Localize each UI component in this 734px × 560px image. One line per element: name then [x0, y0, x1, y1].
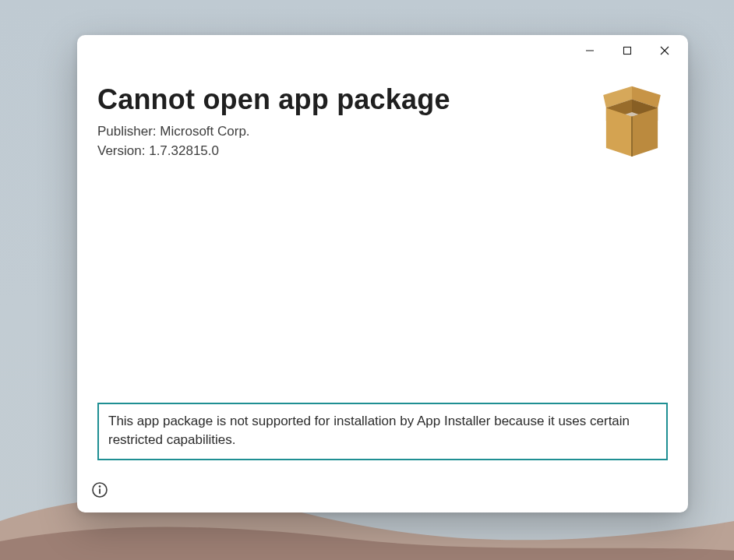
version-label: Version:	[97, 143, 145, 158]
app-installer-dialog: Cannot open app package Publisher: Micro…	[77, 35, 688, 512]
version-line: Version: 1.7.32815.0	[97, 142, 668, 161]
close-icon	[660, 46, 669, 55]
publisher-value: Microsoft Corp.	[160, 124, 249, 139]
maximize-button[interactable]	[609, 37, 646, 64]
window-titlebar	[77, 35, 688, 66]
svg-marker-7	[632, 107, 658, 157]
svg-rect-0	[586, 51, 594, 51]
package-box-icon	[596, 83, 668, 158]
svg-point-11	[99, 485, 101, 488]
svg-marker-6	[606, 107, 632, 157]
error-message-text: This app package is not supported for in…	[108, 412, 657, 449]
publisher-line: Publisher: Microsoft Corp.	[97, 122, 668, 142]
version-value: 1.7.32815.0	[149, 143, 219, 158]
dialog-title: Cannot open app package	[97, 83, 668, 116]
info-icon	[91, 481, 108, 498]
close-button[interactable]	[646, 37, 683, 64]
svg-rect-1	[624, 48, 631, 55]
svg-rect-8	[631, 116, 633, 157]
info-button[interactable]	[91, 481, 108, 498]
error-message-box: This app package is not supported for in…	[97, 403, 668, 460]
dialog-content: Cannot open app package Publisher: Micro…	[77, 66, 688, 512]
publisher-label: Publisher:	[97, 124, 157, 139]
maximize-icon	[623, 46, 632, 55]
svg-rect-12	[99, 488, 101, 494]
minimize-button[interactable]	[571, 37, 609, 64]
minimize-icon	[585, 46, 595, 55]
